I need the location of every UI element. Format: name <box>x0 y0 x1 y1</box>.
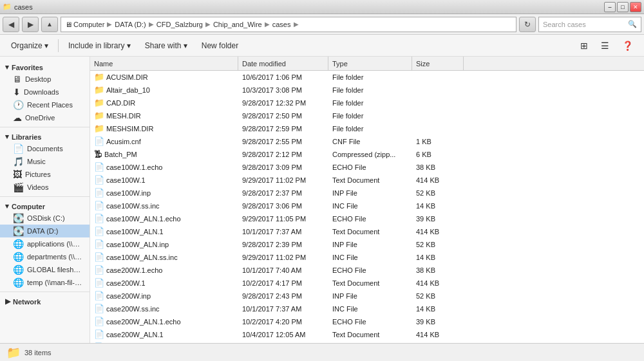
file-date: 9/28/2017 2:37 PM <box>238 189 328 197</box>
table-row[interactable]: 📁MESH.DIR9/28/2017 2:50 PMFile folder <box>90 109 644 122</box>
new-folder-button[interactable]: New folder <box>196 37 244 54</box>
sidebar-item-pictures[interactable]: 🖼 Pictures <box>0 168 90 181</box>
folder-icon: 📁 <box>94 98 104 107</box>
sidebar-item-applications[interactable]: 🌐 applications (\\man <box>0 237 90 250</box>
sidebar-item-music[interactable]: 🎵 Music <box>0 155 90 168</box>
file-date: 9/28/2017 2:55 PM <box>238 138 328 145</box>
column-header-type[interactable]: Type <box>328 57 412 70</box>
view-options-button[interactable]: ⊞ <box>574 37 594 54</box>
file-size: 414 KB <box>412 228 464 236</box>
file-name: 📄case200W_ALN.1.echo <box>90 317 238 326</box>
sidebar-item-global[interactable]: 🌐 GLOBAL fileshare (O <box>0 263 90 276</box>
file-name: 📄Acusim.cnf <box>90 136 238 146</box>
file-icon: 📄 <box>94 188 104 198</box>
file-type: INC File <box>328 254 412 261</box>
table-row[interactable]: 📄case200W_ALN.110/4/2017 12:05 AMText Do… <box>90 328 644 341</box>
table-row[interactable]: 📄case100W_ALN.1.echo9/29/2017 11:05 PMEC… <box>90 212 644 225</box>
table-row[interactable]: 📁CAD.DIR9/28/2017 12:32 PMFile folder <box>90 97 644 109</box>
help-button[interactable]: ❓ <box>616 37 639 54</box>
file-icon: 📄 <box>94 214 104 223</box>
search-icon[interactable]: 🔍 <box>628 20 637 28</box>
music-icon: 🎵 <box>13 156 24 167</box>
network-header[interactable]: ▶ Network <box>0 295 90 307</box>
table-row[interactable]: 📄case200W_ALN.1.echo10/2/2017 4:20 PMECH… <box>90 315 644 328</box>
file-type: File folder <box>328 73 412 81</box>
sidebar-item-onedrive[interactable]: ☁ OneDrive <box>0 111 90 124</box>
sidebar-item-data-d[interactable]: 💽 DATA (D:) <box>0 225 90 237</box>
address-path[interactable]: 🖥 Computer ▶ DATA (D:) ▶ CFD_Salzburg ▶ … <box>61 17 516 32</box>
forward-button[interactable]: ▶ <box>22 17 39 32</box>
sidebar-item-label: Documents <box>27 145 63 153</box>
file-date: 9/29/2017 11:02 PM <box>238 254 328 261</box>
file-name-text: Acusim.cnf <box>106 138 141 145</box>
share-with-button[interactable]: Share with ▾ <box>139 37 193 54</box>
refresh-button[interactable]: ↻ <box>519 17 536 32</box>
network-drive-icon: 🌐 <box>13 239 24 249</box>
file-type: INP File <box>328 189 412 197</box>
sidebar-item-temp[interactable]: 🌐 temp (\\man-fil-001 <box>0 276 90 289</box>
table-row[interactable]: 📄case200W.110/2/2017 4:17 PMText Documen… <box>90 277 644 290</box>
network-drive-icon: 🌐 <box>13 252 24 262</box>
sidebar-item-recent-places[interactable]: 🕐 Recent Places <box>0 98 90 111</box>
table-row[interactable]: 📄case100W_ALN.110/1/2017 7:37 AMText Doc… <box>90 225 644 238</box>
file-name: 📄case100W_ALN.1 <box>90 227 238 236</box>
file-date: 9/28/2017 2:39 PM <box>238 241 328 248</box>
table-row[interactable]: 🗜Batch_PM9/28/2017 2:12 PMCompressed (zi… <box>90 148 644 161</box>
table-row[interactable]: 📄case100W.1.echo9/28/2017 3:09 PMECHO Fi… <box>90 161 644 174</box>
sidebar-item-downloads[interactable]: ⬇ Downloads <box>0 86 90 98</box>
file-size: 414 KB <box>412 176 464 184</box>
table-row[interactable]: 📄case200W.inp9/28/2017 2:43 PMINP File52… <box>90 290 644 302</box>
chevron-down-icon: ▾ <box>5 133 9 141</box>
libraries-header[interactable]: ▾ Libraries <box>0 130 90 142</box>
file-date: 9/28/2017 3:09 PM <box>238 163 328 171</box>
table-row[interactable]: 📄case100W.inp9/28/2017 2:37 PMINP File52… <box>90 187 644 199</box>
maximize-button[interactable]: □ <box>617 2 629 12</box>
column-header-size[interactable]: Size <box>412 57 464 70</box>
close-button[interactable]: ✕ <box>630 2 641 12</box>
folder-icon: 📁 <box>94 111 104 120</box>
file-list: 📁ACUSIM.DIR10/6/2017 1:06 PMFile folder📁… <box>90 71 644 343</box>
table-row[interactable]: 📄case200W.1.echo10/1/2017 7:40 AMECHO Fi… <box>90 264 644 277</box>
back-button[interactable]: ◀ <box>3 17 19 32</box>
computer-header[interactable]: ▾ Computer <box>0 199 90 212</box>
minimize-button[interactable]: – <box>604 2 616 12</box>
search-box[interactable]: Search cases 🔍 <box>538 17 641 32</box>
sidebar-item-documents[interactable]: 📄 Documents <box>0 142 90 155</box>
file-size: 414 KB <box>412 279 464 287</box>
favorites-label: Favorites <box>12 64 43 71</box>
title-bar: 📁 cases – □ ✕ <box>0 0 644 14</box>
file-size: 1 KB <box>412 138 464 145</box>
table-row[interactable]: 📄case100W.19/29/2017 11:02 PMText Docume… <box>90 174 644 187</box>
file-name-text: case100W.ss.inc <box>106 202 160 210</box>
table-row[interactable]: 📁MESHSIM.DIR9/28/2017 2:59 PMFile folder <box>90 122 644 135</box>
file-type: INP File <box>328 241 412 248</box>
table-row[interactable]: 📁Altair_dab_1010/3/2017 3:08 PMFile fold… <box>90 84 644 97</box>
details-view-button[interactable]: ☰ <box>595 37 615 54</box>
file-size: 414 KB <box>412 331 464 338</box>
column-header-name[interactable]: Name <box>90 57 238 70</box>
up-button[interactable]: ▲ <box>41 17 58 32</box>
include-in-library-button[interactable]: Include in library ▾ <box>62 37 137 54</box>
sidebar-item-desktop[interactable]: 🖥 Desktop <box>0 73 90 86</box>
file-icon: 📄 <box>94 252 104 262</box>
table-row[interactable]: 📁ACUSIM.DIR10/6/2017 1:06 PMFile folder <box>90 71 644 84</box>
toolbar-separator <box>58 39 59 52</box>
sidebar-item-label: Downloads <box>24 88 59 96</box>
sidebar-divider-2 <box>0 196 90 197</box>
table-row[interactable]: 📄case100W_ALN.ss.inc9/29/2017 11:02 PMIN… <box>90 251 644 264</box>
table-row[interactable]: 📄case200W.ss.inc10/1/2017 7:37 AMINC Fil… <box>90 302 644 315</box>
sidebar-item-videos[interactable]: 🎬 Videos <box>0 181 90 194</box>
organize-button[interactable]: Organize ▾ <box>5 37 54 54</box>
table-row[interactable]: 📄case100W.ss.inc9/28/2017 3:06 PMINC Fil… <box>90 199 644 212</box>
sidebar-divider <box>0 127 90 127</box>
favorites-header[interactable]: ▾ Favorites <box>0 60 90 73</box>
table-row[interactable]: 📄case100W_ALN.inp9/28/2017 2:39 PMINP Fi… <box>90 238 644 251</box>
column-header-date[interactable]: Date modified <box>238 57 328 70</box>
sidebar-item-osdisk[interactable]: 💽 OSDisk (C:) <box>0 212 90 225</box>
table-row[interactable]: 📄Acusim.cnf9/28/2017 2:55 PMCNF File1 KB <box>90 135 644 148</box>
file-size: 38 KB <box>412 163 464 171</box>
file-size: 14 KB <box>412 202 464 210</box>
sidebar-item-departments[interactable]: 🌐 departments (\\mar <box>0 250 90 263</box>
file-type: Text Document <box>328 228 412 236</box>
file-name-text: case200W.ss.inc <box>106 305 160 313</box>
